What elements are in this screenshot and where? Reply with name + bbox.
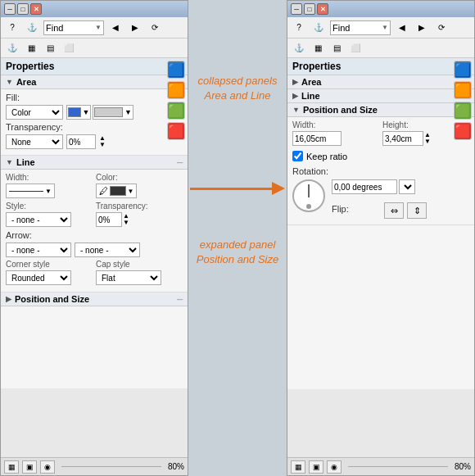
left-area-section-header[interactable]: ▼ Area ─ xyxy=(1,75,188,89)
flip-vertical-btn[interactable]: ⇕ xyxy=(407,202,427,219)
right-line-section-header[interactable]: ▶ Line ─ xyxy=(287,89,474,103)
height-input[interactable] xyxy=(382,131,423,146)
anchor-btn[interactable]: ⚓ xyxy=(24,20,40,36)
right-close-btn[interactable]: ✕ xyxy=(317,3,328,15)
left-status-bar: ▦ ▣ ◉ 80% xyxy=(1,457,188,475)
fill-type-select[interactable]: Color xyxy=(6,105,63,120)
left-line-section-header[interactable]: ▼ Line ─ xyxy=(1,156,188,170)
line-transparency-input[interactable] xyxy=(96,212,122,227)
transparency-select[interactable]: None xyxy=(6,134,63,149)
cap-style-label: Cap style xyxy=(96,260,183,269)
right-status-icon-1[interactable]: ▦ xyxy=(291,460,305,474)
line-color-btn[interactable]: 🖊 ▼ xyxy=(96,184,137,198)
arrow-start-select[interactable]: - none - xyxy=(6,243,71,257)
right-refresh-btn[interactable]: ⟳ xyxy=(433,20,450,36)
right-properties-header: Properties ✕ ≡ xyxy=(287,58,474,75)
find-dropdown-arrow[interactable]: ▼ xyxy=(95,24,102,31)
cap-style-col: Cap style Flat xyxy=(96,260,183,285)
rotation-circle[interactable] xyxy=(292,179,325,212)
right-side-icon-1[interactable]: 🟦 xyxy=(454,61,472,79)
right-tb2-icon2[interactable]: ▤ xyxy=(328,40,345,57)
right-nav-back-btn[interactable]: ◀ xyxy=(394,20,410,36)
left-properties-wrapper: Properties ✕ ≡ ▼ Area ─ Fill: Color xyxy=(1,58,188,457)
side-icon-4[interactable]: 🟥 xyxy=(167,122,185,140)
left-restore-btn[interactable]: □ xyxy=(17,3,29,15)
right-find-dropdown-arrow[interactable]: ▼ xyxy=(382,24,388,31)
right-tb2-icon1[interactable]: ▦ xyxy=(310,40,326,57)
status-icon-2[interactable]: ▣ xyxy=(22,460,37,474)
tb2-icon2[interactable]: ▤ xyxy=(42,40,58,57)
top-annotation: collapsed panels Area and Line xyxy=(180,74,295,103)
cap-style-select[interactable]: Flat xyxy=(96,270,161,285)
right-anchor-icon2[interactable]: ⚓ xyxy=(291,40,307,57)
right-find-input[interactable] xyxy=(332,23,382,33)
help-btn[interactable]: ? xyxy=(4,20,20,36)
right-toolbar1: ? ⚓ ▼ ◀ ▶ ⟳ xyxy=(287,17,474,39)
right-side-icon-4[interactable]: 🟥 xyxy=(454,122,472,140)
left-zoom-value: 80% xyxy=(168,462,184,471)
find-input[interactable] xyxy=(46,23,95,33)
right-zoom-value: 80% xyxy=(455,462,471,471)
width-col: Width: xyxy=(292,120,379,146)
nav-back-btn[interactable]: ◀ xyxy=(107,20,124,36)
find-searchbox: ▼ xyxy=(43,20,104,35)
right-restore-btn[interactable]: □ xyxy=(304,3,315,15)
keep-ratio-checkbox[interactable] xyxy=(292,151,303,161)
left-toolbar1: ? ⚓ ▼ ◀ ▶ ⟳ xyxy=(1,17,188,39)
area-toggle-icon: ▼ xyxy=(6,78,13,86)
rotation-degrees-input[interactable] xyxy=(332,179,397,194)
arrow-end-select[interactable]: - none - xyxy=(75,243,140,257)
right-minimize-btn[interactable]: ─ xyxy=(291,3,302,15)
tb2-icon3[interactable]: ⬜ xyxy=(61,40,77,57)
line-minimize-icon[interactable]: ─ xyxy=(177,158,183,167)
right-nav-fwd-btn[interactable]: ▶ xyxy=(414,20,430,36)
rotation-label: Rotation: xyxy=(292,166,342,176)
right-title-controls: ─ □ ✕ xyxy=(291,3,328,15)
right-pos-section-label: Position and Size xyxy=(303,105,378,115)
line-transparency-label: Transparency: xyxy=(96,202,183,211)
corner-style-select[interactable]: Rounded xyxy=(6,270,71,285)
right-toolbar2: ⚓ ▦ ▤ ⬜ xyxy=(287,39,474,58)
width-input[interactable] xyxy=(292,131,342,146)
fill-color-btn1[interactable]: ▼ xyxy=(66,105,91,120)
right-side-icon-3[interactable]: 🟩 xyxy=(454,102,472,120)
pos-minimize-icon[interactable]: ─ xyxy=(177,295,183,304)
left-minimize-btn[interactable]: ─ xyxy=(4,3,16,15)
transparency-row: Transparency: xyxy=(6,122,183,132)
refresh-btn[interactable]: ⟳ xyxy=(147,20,163,36)
left-pos-section-header[interactable]: ▶ Position and Size ─ xyxy=(1,292,188,306)
line-width-preview[interactable]: ▼ xyxy=(6,184,55,198)
nav-fwd-btn[interactable]: ▶ xyxy=(127,20,143,36)
side-icon-3[interactable]: 🟩 xyxy=(167,102,185,120)
right-help-btn[interactable]: ? xyxy=(291,20,307,36)
transparency-down[interactable]: ▼ xyxy=(99,142,106,148)
right-tb2-icon3[interactable]: ⬜ xyxy=(347,40,364,57)
right-status-icon-3[interactable]: ◉ xyxy=(327,460,342,474)
line-style-select[interactable]: - none - xyxy=(6,212,71,227)
arrow-controls-row: - none - - none - xyxy=(6,243,183,257)
line-toggle-icon: ▼ xyxy=(6,158,13,166)
right-status-bar: ▦ ▣ ◉ 80% xyxy=(287,457,474,475)
right-side-icon-2[interactable]: 🟧 xyxy=(454,81,472,99)
height-down[interactable]: ▼ xyxy=(424,138,431,145)
keep-ratio-label: Keep ratio xyxy=(306,152,347,161)
right-pos-section-header[interactable]: ▼ Position and Size ─ xyxy=(287,103,474,117)
fill-color-btn2[interactable]: ▼ xyxy=(93,105,133,120)
status-icon-1[interactable]: ▦ xyxy=(4,460,19,474)
rotation-label-row: Rotation: xyxy=(292,166,469,176)
right-area-section-label: Area xyxy=(301,77,321,87)
anchor-icon2[interactable]: ⚓ xyxy=(4,40,20,57)
arrow-line xyxy=(190,188,272,190)
tb2-icon1[interactable]: ▦ xyxy=(23,40,39,57)
flip-label-row: Flip: ⇔ ⇕ xyxy=(332,199,427,219)
left-close-btn[interactable]: ✕ xyxy=(30,3,42,15)
flip-horizontal-btn[interactable]: ⇔ xyxy=(384,202,404,219)
right-area-section-header[interactable]: ▶ Area ─ xyxy=(287,75,474,89)
right-status-icon-2[interactable]: ▣ xyxy=(309,460,323,474)
right-window-panel: ─ □ ✕ ? ⚓ ▼ ◀ ▶ ⟳ ⚓ ▦ ▤ ⬜ Properties ✕ xyxy=(287,0,475,476)
transparency-input[interactable] xyxy=(66,134,96,149)
right-anchor-btn[interactable]: ⚓ xyxy=(310,20,327,36)
status-icon-3[interactable]: ◉ xyxy=(40,460,55,474)
rotation-unit-select[interactable]: ▼ xyxy=(399,179,415,194)
line-trans-down[interactable]: ▼ xyxy=(123,220,129,226)
